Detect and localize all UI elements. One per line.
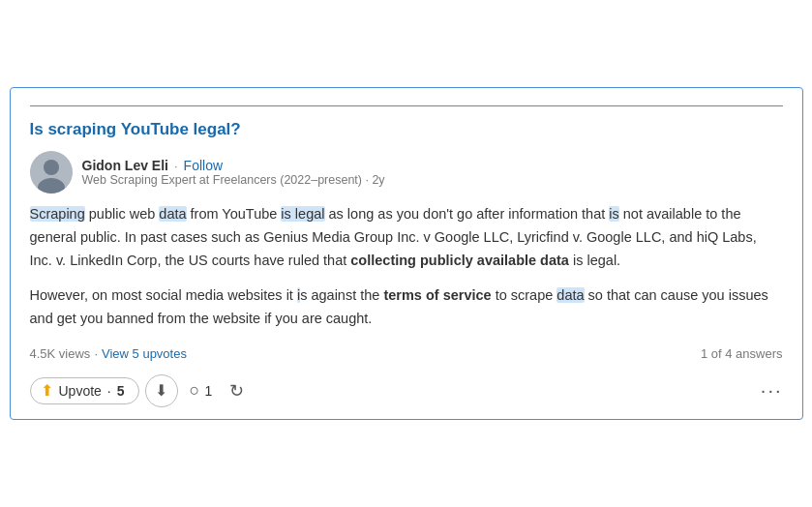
downvote-arrow-icon: ⬇ (155, 381, 167, 400)
bold-tos: terms of service (383, 287, 491, 303)
answer-card: Is scraping YouTube legal? Gidon Lev Eli… (10, 87, 803, 420)
upvote-button[interactable]: ⬆ Upvote · 5 (30, 377, 139, 404)
comment-button[interactable]: ○ 1 (184, 380, 219, 401)
stats-separator: · (94, 346, 98, 361)
upvote-count: 5 (117, 383, 125, 399)
stats-row: 4.5K views · View 5 upvotes 1 of 4 answe… (30, 343, 783, 361)
author-name-row: Gidon Lev Eli · Follow (82, 158, 385, 173)
answer-paragraph-1: Scraping public web data from YouTube is… (30, 203, 783, 273)
bold-collecting: collecting publicly available data (350, 253, 569, 268)
author-name: Gidon Lev Eli (82, 158, 168, 173)
highlight-is-legal: is legal (281, 206, 324, 222)
author-info: Gidon Lev Eli · Follow Web Scraping Expe… (82, 158, 385, 187)
highlight-is2: i (297, 287, 300, 303)
stats-left: 4.5K views · View 5 upvotes (30, 346, 187, 361)
upvote-arrow-icon: ⬆ (41, 383, 53, 399)
svg-point-1 (44, 160, 59, 175)
view-upvotes-link[interactable]: View 5 upvotes (102, 346, 187, 361)
dot-separator: · (174, 159, 178, 173)
question-title: Is scraping YouTube legal? (30, 120, 783, 139)
upvote-dot-sep: · (107, 383, 111, 399)
top-border (30, 105, 783, 106)
avatar (30, 151, 73, 194)
highlight-data2: data (556, 287, 584, 303)
answer-body: Scraping public web data from YouTube is… (30, 203, 783, 331)
highlight-scraping: Scraping (30, 206, 85, 222)
views-count: 4.5K views (30, 346, 91, 361)
comment-icon: ○ (190, 380, 200, 401)
share-button[interactable]: ↻ (224, 380, 250, 402)
actions-left: ⬆ Upvote · 5 ⬇ ○ 1 ↻ (30, 374, 251, 407)
answer-position: 1 of 4 answers (701, 346, 783, 361)
actions-row: ⬆ Upvote · 5 ⬇ ○ 1 ↻ ··· (30, 371, 783, 407)
author-meta: Web Scraping Expert at Freelancers (2022… (82, 173, 385, 187)
upvote-label: Upvote (59, 383, 102, 399)
more-icon: ··· (761, 379, 783, 401)
answer-paragraph-2: However, on most social media websites i… (30, 284, 783, 331)
highlight-is: is (609, 206, 618, 222)
share-icon: ↻ (229, 380, 244, 402)
author-row: Gidon Lev Eli · Follow Web Scraping Expe… (30, 151, 783, 194)
downvote-button[interactable]: ⬇ (145, 374, 178, 407)
more-options-button[interactable]: ··· (761, 379, 783, 402)
comment-count: 1 (204, 383, 212, 399)
follow-link[interactable]: Follow (184, 158, 223, 173)
highlight-data: data (159, 206, 186, 222)
